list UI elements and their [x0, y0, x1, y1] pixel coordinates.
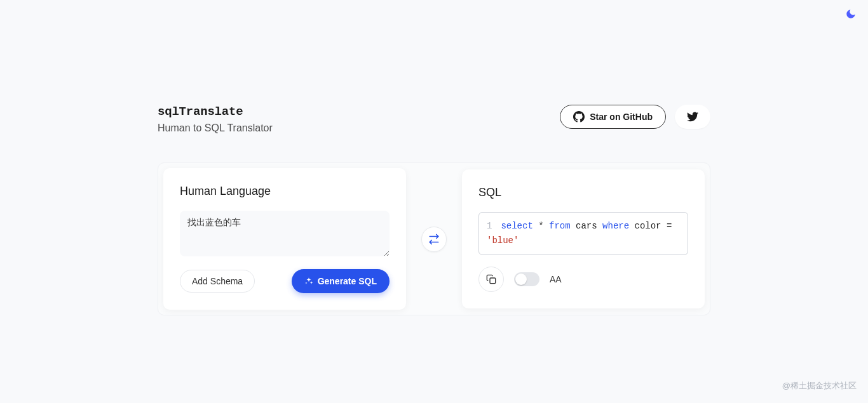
github-label: Star on GitHub	[590, 112, 653, 122]
watermark-text: @稀土掘金技术社区	[782, 380, 857, 392]
copy-icon	[486, 274, 496, 284]
sql-token: cars	[576, 221, 597, 231]
sql-token: color	[635, 221, 661, 231]
svg-rect-0	[490, 278, 496, 284]
header-actions: Star on GitHub	[560, 105, 710, 129]
output-card: SQL 1select * from cars where color = 'b…	[462, 169, 705, 308]
title-group: sqlTranslate Human to SQL Translator	[158, 105, 273, 134]
swap-icon	[428, 234, 440, 245]
sparkle-icon	[304, 277, 313, 286]
sql-keyword: select	[501, 221, 532, 231]
generate-sql-button[interactable]: Generate SQL	[292, 269, 390, 293]
uppercase-toggle-label: AA	[550, 274, 562, 284]
github-icon	[573, 111, 585, 122]
sql-output: 1select * from cars where color = 'blue'	[478, 212, 688, 255]
sql-keyword: where	[602, 221, 629, 231]
app-title: sqlTranslate	[158, 105, 273, 119]
sql-token: =	[667, 221, 672, 231]
github-star-button[interactable]: Star on GitHub	[560, 105, 666, 129]
uppercase-toggle[interactable]	[514, 272, 539, 286]
add-schema-button[interactable]: Add Schema	[180, 270, 255, 293]
theme-toggle-button[interactable]	[843, 6, 858, 22]
input-card: Human Language Add Schema Generate SQL	[163, 168, 406, 310]
swap-direction-button[interactable]	[421, 227, 447, 252]
output-card-title: SQL	[478, 186, 688, 199]
sql-token: *	[538, 221, 543, 231]
output-actions: AA	[478, 267, 688, 292]
human-language-input[interactable]	[180, 211, 390, 256]
translator-panel: Human Language Add Schema Generate SQL S…	[158, 162, 710, 315]
main-container: sqlTranslate Human to SQL Translator Sta…	[158, 0, 710, 315]
page-header: sqlTranslate Human to SQL Translator Sta…	[158, 105, 710, 134]
sql-string: 'blue'	[487, 235, 519, 246]
input-actions: Add Schema Generate SQL	[180, 269, 390, 293]
app-subtitle: Human to SQL Translator	[158, 122, 273, 134]
sql-keyword: from	[549, 221, 571, 231]
input-card-title: Human Language	[180, 185, 390, 198]
line-number: 1	[487, 221, 492, 231]
generate-label: Generate SQL	[318, 276, 377, 286]
moon-icon	[845, 8, 857, 20]
twitter-share-button[interactable]	[675, 105, 710, 129]
twitter-icon	[687, 111, 698, 122]
copy-sql-button[interactable]	[478, 267, 504, 292]
toggle-knob	[515, 274, 527, 285]
